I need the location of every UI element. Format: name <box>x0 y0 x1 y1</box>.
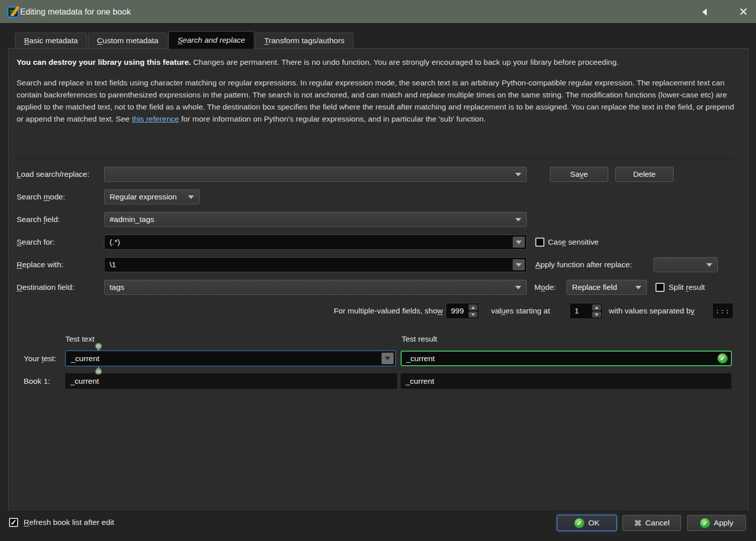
search-mode-value: Regular expression <box>110 192 177 201</box>
spin-down-icon <box>471 313 475 316</box>
search-for-row: Search for: (.*) ✓ Case sensitive <box>0 235 756 250</box>
delete-button[interactable]: Delete <box>615 167 674 182</box>
split-result-label[interactable]: Split result <box>669 280 705 295</box>
collapse-arrow-icon <box>702 9 707 16</box>
tab-transform-tags-authors[interactable]: Transform tags/authors <box>255 33 354 48</box>
chevron-down-button[interactable] <box>382 353 394 364</box>
book1-test-text-value: _current <box>70 377 99 386</box>
chevron-down-button[interactable] <box>513 237 525 248</box>
mode-value: Replace field <box>572 283 617 292</box>
search-mode-combo[interactable]: Regular expression <box>104 189 200 204</box>
title-bar: Editing metadata for one book ✕ <box>0 0 756 24</box>
start-at-spinbox[interactable]: 1 <box>570 303 603 319</box>
mode-label: Mode: <box>534 280 556 295</box>
multi-show-spinbox[interactable]: 999 <box>446 303 479 319</box>
multi-value-options-row: For multiple-valued fields, show 999 val… <box>0 303 756 319</box>
your-test-row: Your test: _current _current ✓ <box>0 351 756 366</box>
case-sensitive-label[interactable]: Case sensitive <box>548 235 599 250</box>
multi-show-value: 999 <box>451 303 464 318</box>
tab-search-and-replace[interactable]: Search and replace <box>168 31 254 49</box>
split-result-checkbox[interactable]: ✓ <box>655 283 665 292</box>
apply-button[interactable]: ✓ Apply <box>687 515 746 531</box>
edit-metadata-icon <box>7 5 21 19</box>
window-title: Editing metadata for one book <box>20 0 131 24</box>
cancel-button[interactable]: ✖ Cancel <box>622 515 681 531</box>
mode-combo[interactable]: Replace field <box>566 280 647 295</box>
chevron-down-icon <box>516 241 522 244</box>
text-selection-handle-top-icon[interactable] <box>93 343 104 351</box>
warning-bold: You can destroy your library using this … <box>17 58 191 66</box>
tab-bar: Basic metadata Custom metadata Search an… <box>15 31 354 48</box>
section-divider <box>15 158 735 159</box>
tab-basic-metadata[interactable]: Basic metadata <box>15 33 87 48</box>
spin-up-button[interactable] <box>468 304 478 310</box>
test-result-header: Test result <box>402 335 437 344</box>
collapse-window-button[interactable] <box>698 6 711 18</box>
your-test-result-value: _current <box>406 354 435 363</box>
reference-link[interactable]: this reference <box>132 115 179 123</box>
load-search-replace-combo[interactable] <box>104 167 527 182</box>
apply-button-label: Apply <box>714 518 733 527</box>
your-test-label: Your test: <box>24 351 56 366</box>
spin-up-button[interactable] <box>592 304 601 310</box>
ok-check-icon: ✓ <box>574 518 585 528</box>
cancel-x-icon: ✖ <box>634 518 642 528</box>
search-mode-label: Search mode: <box>17 189 65 204</box>
spin-down-button[interactable] <box>468 311 478 317</box>
refresh-book-list-control[interactable]: ✓ Refresh book list after edit <box>9 518 114 527</box>
book1-test-text-field: _current <box>65 373 397 389</box>
chevron-down-button[interactable] <box>513 259 525 270</box>
chevron-down-icon <box>635 286 641 289</box>
search-field-label: Search field: <box>17 212 60 227</box>
load-search-replace-row: Load search/replace: Save Delete <box>0 167 756 182</box>
apply-function-combo[interactable] <box>653 257 718 272</box>
spin-down-icon <box>595 313 599 316</box>
spin-up-icon <box>471 306 475 309</box>
separator-input[interactable]: ::: <box>712 303 733 319</box>
your-test-value: _current <box>71 354 100 363</box>
description-text: Search and replace in text fields using … <box>17 77 736 125</box>
values-starting-at-label: values starting at <box>491 303 550 319</box>
destination-field-value: tags <box>110 283 124 292</box>
spin-down-button[interactable] <box>592 311 601 317</box>
replace-with-label: Replace with: <box>17 257 63 272</box>
chevron-down-icon <box>385 357 391 360</box>
separated-by-label: with values separated by <box>609 303 695 319</box>
ok-button[interactable]: ✓ OK <box>557 515 617 531</box>
book1-label: Book 1: <box>24 373 50 389</box>
refresh-book-list-label[interactable]: Refresh book list after edit <box>24 518 114 527</box>
description-after-link: for more information on Python's regular… <box>179 115 486 123</box>
replace-with-combo[interactable]: \1 <box>104 257 527 272</box>
separator-value: ::: <box>715 307 730 315</box>
warning-rest: Changes are permanent. There is no undo … <box>191 58 619 66</box>
apply-check-icon: ✓ <box>700 518 710 528</box>
multi-show-label: For multiple-valued fields, show <box>316 303 443 319</box>
your-test-input[interactable]: _current <box>65 351 396 366</box>
search-for-value: (.*) <box>110 238 120 247</box>
destination-field-row: Destination field: tags Mode: Replace fi… <box>0 280 756 295</box>
close-button[interactable]: ✕ <box>734 3 753 21</box>
apply-function-label: Apply function after replace: <box>535 257 632 272</box>
book1-row: Book 1: _current _current <box>0 373 756 389</box>
cancel-button-label: Cancel <box>645 518 670 527</box>
destination-field-combo[interactable]: tags <box>104 280 527 295</box>
case-sensitive-checkbox[interactable]: ✓ <box>535 238 544 247</box>
destination-field-label: Destination field: <box>17 280 74 295</box>
book1-test-result-value: _current <box>406 377 434 386</box>
chevron-down-icon <box>516 263 522 267</box>
success-check-icon: ✓ <box>717 353 728 364</box>
load-search-replace-label: Load search/replace: <box>17 167 89 182</box>
chevron-down-icon <box>706 263 712 267</box>
test-text-header: Test text <box>65 335 94 344</box>
chevron-down-icon <box>515 286 521 289</box>
text-selection-handle-bottom-icon[interactable] <box>93 366 104 375</box>
book1-test-result-field: _current <box>401 373 731 389</box>
tab-custom-metadata[interactable]: Custom metadata <box>88 33 167 48</box>
search-for-label: Search for: <box>17 235 55 250</box>
save-button[interactable]: Save <box>550 167 608 182</box>
chevron-down-icon <box>515 173 521 176</box>
spin-up-icon <box>595 306 599 309</box>
search-for-combo[interactable]: (.*) <box>104 235 527 250</box>
refresh-book-list-checkbox[interactable]: ✓ <box>9 518 18 527</box>
search-field-combo[interactable]: #admin_tags <box>104 212 527 227</box>
